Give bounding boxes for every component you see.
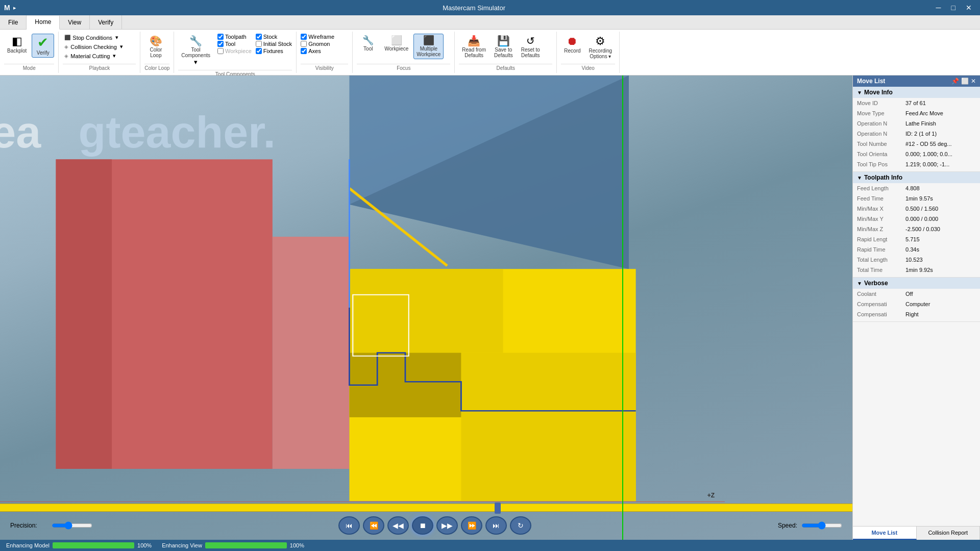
viewport[interactable]: Strea gteacher. bbox=[0, 76, 852, 540]
save-to-defaults-button[interactable]: 💾 Save toDefaults bbox=[491, 34, 516, 60]
minimize-button[interactable]: ─ bbox=[932, 3, 945, 13]
verbose-content: Coolant Off Compensati Computer Compensa… bbox=[853, 289, 980, 321]
verify-icon: ✔ bbox=[37, 36, 48, 49]
rewind-button[interactable]: ◀◀ bbox=[387, 516, 409, 535]
rapid-length-row: Rapid Lengt 5.715 bbox=[853, 235, 980, 245]
step-back-button[interactable]: ⏪ bbox=[363, 516, 384, 535]
recording-options-icon: ⚙ bbox=[595, 36, 605, 47]
tab-verify[interactable]: Verify bbox=[90, 15, 122, 29]
record-button[interactable]: ⏺ Record bbox=[561, 34, 583, 56]
collision-checking-label: Collision Checking bbox=[70, 44, 117, 50]
workpiece-check[interactable]: Workpiece bbox=[217, 48, 252, 54]
stock-check[interactable]: Stock bbox=[256, 34, 292, 40]
red-reference-line bbox=[0, 502, 725, 502]
multiple-workpiece-icon: ⬛ bbox=[423, 36, 434, 45]
compensation2-row: Compensati Right bbox=[853, 310, 980, 320]
scrubber-thumb[interactable] bbox=[495, 503, 501, 514]
precision-slider[interactable] bbox=[52, 521, 92, 530]
close-button[interactable]: ✕ bbox=[962, 3, 976, 13]
toolpath-check[interactable]: Toolpath bbox=[217, 34, 252, 40]
enhancing-view-fill bbox=[205, 542, 287, 548]
go-to-start-button[interactable]: ⏮ bbox=[338, 516, 360, 535]
toolpath-info-section: ▼ Toolpath Info Feed Length 4.808 Feed T… bbox=[853, 172, 980, 278]
operation-name-value: Lathe Finish bbox=[905, 120, 976, 129]
total-length-row: Total Length 10.523 bbox=[853, 256, 980, 266]
tool-number-label: Tool Numbe bbox=[857, 141, 905, 149]
total-time-row: Total Time 1min 9.92s bbox=[853, 266, 980, 276]
tool-check[interactable]: Tool bbox=[217, 41, 252, 47]
loop-button[interactable]: ↻ bbox=[510, 516, 531, 535]
material-cutting-btn[interactable]: ◈ Material Cutting ▾ bbox=[63, 52, 117, 60]
toolpath-info-header[interactable]: ▼ Toolpath Info bbox=[853, 172, 980, 183]
enhancing-view-bar bbox=[205, 542, 287, 548]
collision-checking-btn[interactable]: ◈ Collision Checking ▾ bbox=[63, 43, 125, 51]
color-loop-icon: 🎨 bbox=[150, 36, 162, 46]
reset-to-defaults-button[interactable]: ↺ Reset toDefaults bbox=[518, 34, 543, 60]
quick-access: ▸ bbox=[13, 5, 16, 11]
operation-id-row: Operation N ID: 2 (1 of 1) bbox=[853, 130, 980, 140]
ribbon-group-video: ⏺ Record ⚙ RecordingOptions ▾ Video bbox=[557, 32, 620, 73]
axis-z-label: +Z bbox=[707, 492, 715, 499]
color-loop-button[interactable]: 🎨 ColorLoop bbox=[144, 34, 167, 60]
read-from-defaults-button[interactable]: 📥 Read fromDefaults bbox=[459, 34, 489, 60]
tab-bar: File Home View Verify bbox=[0, 15, 980, 30]
save-defaults-icon: 💾 bbox=[497, 36, 510, 46]
gnomon-check[interactable]: Gnomon bbox=[301, 41, 330, 47]
speed-slider[interactable] bbox=[801, 521, 842, 530]
playback-group-label: Playback bbox=[63, 64, 136, 71]
tool-focus-button[interactable]: 🔧 Tool bbox=[357, 34, 379, 54]
go-to-end-button[interactable]: ⏭ bbox=[485, 516, 507, 535]
collision-report-tab[interactable]: Collision Report bbox=[917, 527, 981, 540]
tab-view[interactable]: View bbox=[60, 15, 90, 29]
operation-name-row: Operation N Lathe Finish bbox=[853, 119, 980, 130]
move-list-tab[interactable]: Move List bbox=[853, 527, 917, 540]
initial-stock-check[interactable]: Initial Stock bbox=[256, 41, 292, 47]
enhancing-view-pct: 100% bbox=[290, 542, 304, 548]
colorloop-group-label: Color Loop bbox=[144, 64, 169, 71]
backplot-icon: ◧ bbox=[12, 36, 22, 47]
move-id-label: Move ID bbox=[857, 100, 905, 108]
verify-label: Verify bbox=[37, 50, 50, 56]
verbose-header[interactable]: ▼ Verbose bbox=[853, 278, 980, 289]
record-icon: ⏺ bbox=[567, 36, 578, 47]
speed-control: Speed: bbox=[778, 521, 842, 530]
stop-conditions-btn[interactable]: ⬛ Stop Conditions ▾ bbox=[63, 34, 120, 41]
move-info-arrow: ▼ bbox=[857, 90, 862, 95]
move-id-value: 37 of 61 bbox=[905, 100, 976, 108]
move-id-row: Move ID 37 of 61 bbox=[853, 99, 980, 109]
color-loop-label: ColorLoop bbox=[150, 47, 162, 58]
move-info-header[interactable]: ▼ Move Info bbox=[853, 87, 980, 98]
wireframe-check[interactable]: Wireframe bbox=[301, 34, 334, 40]
material-cutting-label: Material Cutting bbox=[70, 53, 110, 59]
tab-home[interactable]: Home bbox=[27, 16, 60, 30]
maximize-button[interactable]: □ bbox=[947, 3, 960, 13]
read-defaults-icon: 📥 bbox=[468, 36, 480, 46]
panel-close-button[interactable]: ✕ bbox=[971, 78, 976, 85]
feed-time-row: Feed Time 1min 9.57s bbox=[853, 194, 980, 205]
multiple-workpiece-button[interactable]: ⬛ MultipleWorkpiece bbox=[413, 34, 444, 59]
recording-options-button[interactable]: ⚙ RecordingOptions ▾ bbox=[586, 34, 616, 61]
tool-components-button[interactable]: 🔧 ToolComponents ▾ bbox=[178, 34, 213, 68]
visibility-group-label: Visibility bbox=[301, 64, 348, 71]
backplot-button[interactable]: ◧ Backplot bbox=[4, 34, 30, 56]
main-layout: Strea gteacher. bbox=[0, 76, 980, 540]
verify-button[interactable]: ✔ Verify bbox=[32, 34, 54, 58]
panel-pin-button[interactable]: 📌 bbox=[951, 78, 959, 85]
step-forward-button[interactable]: ⏩ bbox=[461, 516, 482, 535]
tool-components-icon: 🔧 bbox=[189, 36, 202, 46]
material-cutting-arrow: ▾ bbox=[113, 53, 116, 59]
workpiece-focus-button[interactable]: ⬜ Workpiece bbox=[381, 34, 411, 54]
status-bar: Enhancing Model 100% Enhancing View 100% bbox=[0, 540, 980, 551]
axes-check[interactable]: Axes bbox=[301, 48, 321, 54]
tab-file[interactable]: File bbox=[0, 15, 27, 29]
verbose-label: Verbose bbox=[864, 280, 888, 287]
play-forward-button[interactable]: ▶▶ bbox=[436, 516, 458, 535]
ribbon-group-toolcomponents: 🔧 ToolComponents ▾ Toolpath Tool Workpie… bbox=[174, 32, 297, 73]
window-controls: ─ □ ✕ bbox=[932, 3, 976, 13]
fixtures-check[interactable]: Fixtures bbox=[256, 48, 292, 54]
stop-button[interactable]: ⏹ bbox=[412, 516, 433, 535]
video-group-label: Video bbox=[561, 64, 615, 71]
min-max-x-row: Min/Max X 0.500 / 1.560 bbox=[853, 205, 980, 215]
coolant-row: Coolant Off bbox=[853, 290, 980, 300]
panel-float-button[interactable]: ⬜ bbox=[961, 78, 969, 85]
